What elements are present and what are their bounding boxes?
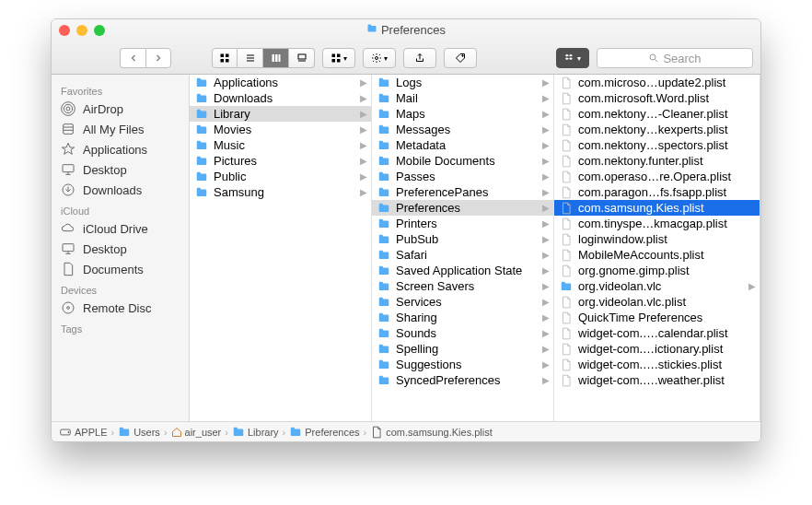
file-row[interactable]: widget-com.….stickies.plist [554, 357, 760, 372]
sidebar-item[interactable]: iCloud Drive [52, 218, 189, 239]
sidebar-item[interactable]: Documents [52, 259, 189, 279]
file-row[interactable]: PreferencePanes▶ [372, 184, 553, 200]
svg-rect-6 [278, 54, 280, 62]
sidebar-item[interactable]: AirDrop [52, 99, 189, 119]
sidebar-item[interactable]: Remote Disc [52, 298, 189, 318]
chevron-right-icon: ▶ [542, 156, 550, 166]
file-label: com.nektony.funter.plist [578, 154, 756, 168]
svg-rect-10 [332, 59, 336, 63]
file-row[interactable]: Messages▶ [372, 122, 553, 137]
file-row[interactable]: PubSub▶ [372, 231, 553, 247]
file-row[interactable]: Mobile Documents▶ [372, 153, 553, 169]
action-button[interactable]: ▾ [363, 48, 396, 68]
file-row[interactable]: Sharing▶ [372, 310, 553, 325]
file-row[interactable]: com.microso…update2.plist [554, 75, 760, 90]
file-label: org.videolan.vlc.plist [578, 295, 756, 309]
column-view-button[interactable] [263, 48, 289, 68]
svg-rect-4 [272, 54, 274, 62]
zoom-button[interactable] [94, 25, 105, 36]
file-row[interactable]: com.paragon…fs.fsapp.plist [554, 184, 760, 200]
file-row[interactable]: Spelling▶ [372, 341, 553, 357]
file-row[interactable]: Screen Savers▶ [372, 278, 553, 294]
file-row[interactable]: Metadata▶ [372, 137, 553, 153]
file-row[interactable]: QuickTime Preferences [554, 310, 760, 325]
file-label: Mail [396, 91, 537, 105]
path-segment[interactable]: APPLE [59, 426, 107, 439]
file-row[interactable]: Preferences▶ [372, 200, 553, 216]
file-row[interactable]: com.tinyspe…kmacgap.plist [554, 216, 760, 231]
sidebar-item-icon [61, 142, 75, 157]
file-row[interactable]: loginwindow.plist [554, 231, 760, 247]
chevron-right-icon: ▶ [542, 328, 550, 338]
minimize-button[interactable] [76, 25, 87, 36]
file-row[interactable]: Logs▶ [372, 75, 553, 90]
sidebar-item-label: Remote Disc [83, 301, 151, 315]
file-row[interactable]: Music▶ [190, 137, 371, 153]
search-field[interactable]: Search [597, 48, 753, 68]
file-row[interactable]: widget-com.…ictionary.plist [554, 341, 760, 357]
share-button[interactable] [403, 48, 436, 68]
close-button[interactable] [59, 25, 70, 36]
forward-button[interactable] [145, 48, 171, 68]
chevron-right-icon: ▶ [542, 250, 550, 260]
file-row[interactable]: org.gnome.gimp.plist [554, 263, 760, 278]
column-1[interactable]: Applications▶Downloads▶Library▶Movies▶Mu… [190, 75, 372, 421]
file-row[interactable]: com.nektony…kexperts.plist [554, 122, 760, 137]
sidebar-item[interactable]: All My Files [52, 119, 189, 139]
path-segment[interactable]: air_user [171, 427, 222, 438]
file-row[interactable]: Movies▶ [190, 122, 371, 137]
file-row[interactable]: widget-com.….weather.plist [554, 372, 760, 388]
icon-view-button[interactable] [212, 48, 238, 68]
tags-button[interactable] [444, 48, 477, 68]
file-row[interactable]: Sounds▶ [372, 325, 553, 341]
file-row[interactable]: Library▶ [190, 106, 371, 122]
folder-icon [377, 311, 390, 324]
file-row[interactable]: Applications▶ [190, 75, 371, 90]
file-label: Movies [214, 123, 354, 136]
file-row[interactable]: com.microsoft.Word.plist [554, 90, 760, 106]
file-row[interactable]: Services▶ [372, 294, 553, 310]
file-row[interactable]: Safari▶ [372, 247, 553, 263]
list-view-button[interactable] [238, 48, 263, 68]
arrange-button[interactable]: ▾ [322, 48, 355, 68]
file-label: Preferences [396, 201, 537, 215]
back-button[interactable] [120, 48, 145, 68]
file-row[interactable]: com.samsung.Kies.plist [554, 200, 760, 216]
file-row[interactable]: Maps▶ [372, 106, 553, 122]
sidebar-item-icon [61, 221, 75, 236]
file-row[interactable]: Public▶ [190, 169, 371, 184]
path-segment[interactable]: com.samsung.Kies.plist [370, 426, 493, 439]
svg-rect-19 [63, 165, 74, 172]
path-separator: › [164, 427, 168, 438]
file-row[interactable]: Suggestions▶ [372, 357, 553, 372]
chevron-right-icon: ▶ [542, 109, 550, 119]
file-row[interactable]: widget-com.….calendar.plist [554, 325, 760, 341]
path-segment[interactable]: Library [232, 426, 279, 439]
file-row[interactable]: MobileMeAccounts.plist [554, 247, 760, 263]
file-row[interactable]: Passes▶ [372, 169, 553, 184]
file-row[interactable]: com.operaso…re.Opera.plist [554, 169, 760, 184]
file-row[interactable]: com.nektony…-Cleaner.plist [554, 106, 760, 122]
file-row[interactable]: SyncedPreferences▶ [372, 372, 553, 388]
sidebar-item[interactable]: Applications [52, 139, 189, 159]
file-row[interactable]: Pictures▶ [190, 153, 371, 169]
file-row[interactable]: com.nektony…spectors.plist [554, 137, 760, 153]
file-row[interactable]: Downloads▶ [190, 90, 371, 106]
sidebar-item[interactable]: Downloads [52, 180, 189, 200]
file-label: Passes [396, 170, 537, 183]
file-row[interactable]: Samsung▶ [190, 184, 371, 200]
file-row[interactable]: Saved Application State▶ [372, 263, 553, 278]
file-row[interactable]: org.videolan.vlc▶ [554, 278, 760, 294]
sidebar-item[interactable]: Desktop [52, 159, 189, 180]
file-row[interactable]: com.nektony.funter.plist [554, 153, 760, 169]
file-row[interactable]: Mail▶ [372, 90, 553, 106]
file-row[interactable]: org.videolan.vlc.plist [554, 294, 760, 310]
sidebar-item[interactable]: Desktop [52, 239, 189, 259]
path-segment[interactable]: Preferences [289, 426, 359, 439]
file-row[interactable]: Printers▶ [372, 216, 553, 231]
gallery-view-button[interactable] [289, 48, 315, 68]
column-2[interactable]: Logs▶Mail▶Maps▶Messages▶Metadata▶Mobile … [372, 75, 554, 421]
column-3[interactable]: com.microso…update2.plistcom.microsoft.W… [554, 75, 760, 421]
dropbox-button[interactable]: ▾ [556, 48, 589, 68]
path-segment[interactable]: Users [118, 426, 160, 439]
